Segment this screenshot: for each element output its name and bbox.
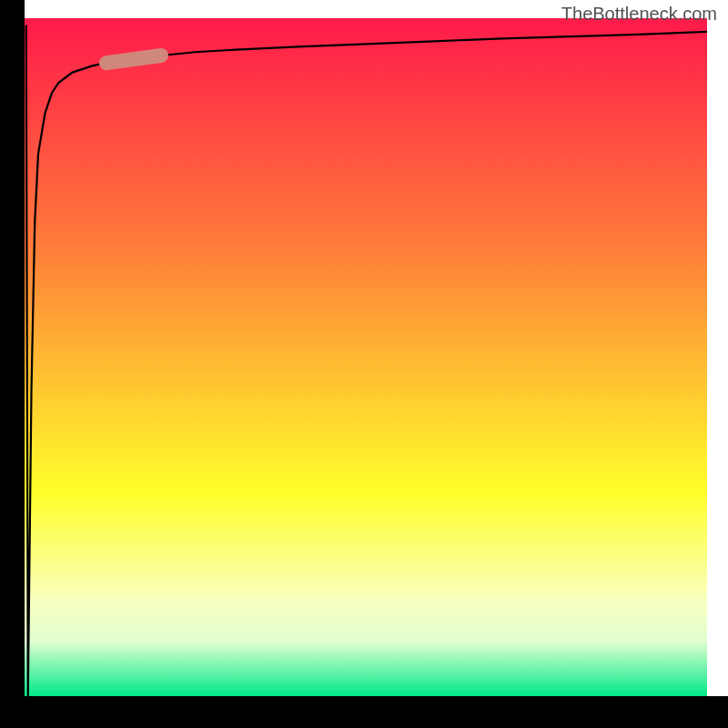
watermark-text: TheBottleneck.com <box>561 4 717 25</box>
chart-canvas <box>0 0 728 728</box>
chart-svg <box>0 0 728 728</box>
bottom-axis-margin <box>0 696 728 728</box>
left-axis-margin <box>0 0 25 728</box>
highlight-region <box>106 56 161 63</box>
plot-background <box>25 18 707 696</box>
